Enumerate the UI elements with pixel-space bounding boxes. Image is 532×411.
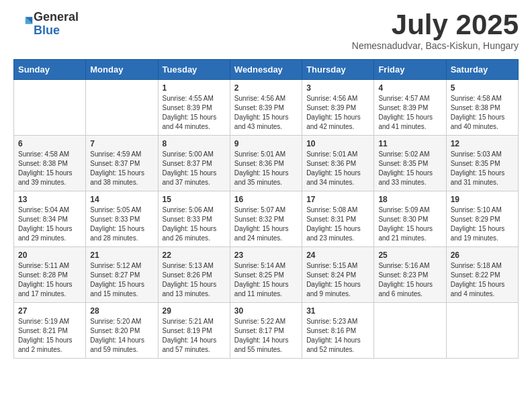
calendar-cell: 21Sunrise: 5:12 AM Sunset: 8:27 PM Dayli… [86,247,158,303]
day-number: 29 [163,306,226,316]
day-info: Sunrise: 4:58 AM Sunset: 8:38 PM Dayligh… [18,150,81,187]
calendar-header-row: SundayMondayTuesdayWednesdayThursdayFrid… [14,60,519,80]
calendar-cell: 15Sunrise: 5:06 AM Sunset: 8:33 PM Dayli… [158,191,230,247]
calendar-cell: 12Sunrise: 5:03 AM Sunset: 8:35 PM Dayli… [446,136,518,191]
calendar-table: SundayMondayTuesdayWednesdayThursdayFrid… [13,59,519,359]
logo: General Blue [13,11,79,38]
day-info: Sunrise: 5:09 AM Sunset: 8:30 PM Dayligh… [378,205,441,243]
calendar-cell: 14Sunrise: 5:05 AM Sunset: 8:33 PM Dayli… [86,191,158,247]
logo-blue: Blue [34,24,79,38]
day-number: 1 [163,83,226,93]
calendar-cell: 19Sunrise: 5:10 AM Sunset: 8:29 PM Dayli… [446,191,518,247]
day-info: Sunrise: 5:11 AM Sunset: 8:28 PM Dayligh… [18,261,81,299]
day-number: 17 [306,195,369,204]
day-info: Sunrise: 5:21 AM Sunset: 8:19 PM Dayligh… [163,317,226,355]
calendar-week-2: 6Sunrise: 4:58 AM Sunset: 8:38 PM Daylig… [14,136,519,191]
calendar-cell: 1Sunrise: 4:55 AM Sunset: 8:39 PM Daylig… [158,80,230,136]
day-info: Sunrise: 4:58 AM Sunset: 8:38 PM Dayligh… [451,94,514,132]
day-info: Sunrise: 5:01 AM Sunset: 8:36 PM Dayligh… [306,150,369,187]
calendar-week-4: 20Sunrise: 5:11 AM Sunset: 8:28 PM Dayli… [14,247,519,303]
logo-text: General Blue [34,11,79,38]
calendar-header-monday: Monday [86,60,158,80]
calendar-header-sunday: Sunday [14,60,86,80]
day-number: 21 [90,250,153,260]
calendar-cell: 30Sunrise: 5:22 AM Sunset: 8:17 PM Dayli… [230,303,302,359]
calendar-cell: 27Sunrise: 5:19 AM Sunset: 8:21 PM Dayli… [14,303,86,359]
calendar-cell: 13Sunrise: 5:04 AM Sunset: 8:34 PM Dayli… [14,191,86,247]
calendar-cell: 10Sunrise: 5:01 AM Sunset: 8:36 PM Dayli… [302,136,374,191]
calendar-cell: 20Sunrise: 5:11 AM Sunset: 8:28 PM Dayli… [14,247,86,303]
day-number: 8 [163,139,226,148]
day-info: Sunrise: 5:04 AM Sunset: 8:34 PM Dayligh… [18,205,81,243]
day-number: 9 [234,139,298,148]
day-info: Sunrise: 5:13 AM Sunset: 8:26 PM Dayligh… [163,261,226,299]
day-info: Sunrise: 5:02 AM Sunset: 8:35 PM Dayligh… [378,150,441,187]
day-number: 10 [306,139,369,148]
day-info: Sunrise: 4:56 AM Sunset: 8:39 PM Dayligh… [306,94,369,132]
logo-general: General [34,11,79,24]
calendar-cell: 11Sunrise: 5:02 AM Sunset: 8:35 PM Dayli… [374,136,446,191]
calendar-cell: 2Sunrise: 4:56 AM Sunset: 8:39 PM Daylig… [230,80,302,136]
calendar-header-tuesday: Tuesday [158,60,230,80]
calendar-cell: 24Sunrise: 5:15 AM Sunset: 8:24 PM Dayli… [302,247,374,303]
page-header: General Blue July 2025 Nemesnadudvar, Ba… [13,11,519,51]
day-number: 6 [18,139,81,148]
day-number: 15 [163,195,226,204]
day-info: Sunrise: 5:12 AM Sunset: 8:27 PM Dayligh… [90,261,153,299]
calendar-header-friday: Friday [374,60,446,80]
day-info: Sunrise: 5:16 AM Sunset: 8:23 PM Dayligh… [378,261,441,299]
day-info: Sunrise: 5:18 AM Sunset: 8:22 PM Dayligh… [451,261,514,299]
calendar-cell: 31Sunrise: 5:23 AM Sunset: 8:16 PM Dayli… [302,303,374,359]
calendar-cell: 7Sunrise: 4:59 AM Sunset: 8:37 PM Daylig… [86,136,158,191]
day-number: 31 [306,306,369,316]
calendar-cell: 18Sunrise: 5:09 AM Sunset: 8:30 PM Dayli… [374,191,446,247]
day-info: Sunrise: 4:55 AM Sunset: 8:39 PM Dayligh… [163,94,226,132]
logo-icon [15,13,34,32]
day-number: 20 [18,250,81,260]
day-number: 14 [90,195,153,204]
day-info: Sunrise: 5:20 AM Sunset: 8:20 PM Dayligh… [90,317,153,355]
day-info: Sunrise: 5:01 AM Sunset: 8:36 PM Dayligh… [234,150,298,187]
calendar-cell: 4Sunrise: 4:57 AM Sunset: 8:39 PM Daylig… [374,80,446,136]
day-info: Sunrise: 5:08 AM Sunset: 8:31 PM Dayligh… [306,205,369,243]
calendar-cell [86,80,158,136]
calendar-cell: 5Sunrise: 4:58 AM Sunset: 8:38 PM Daylig… [446,80,518,136]
day-number: 16 [234,195,298,204]
location: Nemesnadudvar, Bacs-Kiskun, Hungary [352,40,519,51]
day-number: 12 [451,139,514,148]
calendar-cell: 22Sunrise: 5:13 AM Sunset: 8:26 PM Dayli… [158,247,230,303]
day-info: Sunrise: 5:23 AM Sunset: 8:16 PM Dayligh… [306,317,369,355]
day-info: Sunrise: 5:14 AM Sunset: 8:25 PM Dayligh… [234,261,298,299]
day-number: 25 [378,250,441,260]
day-number: 11 [378,139,441,148]
calendar-cell: 29Sunrise: 5:21 AM Sunset: 8:19 PM Dayli… [158,303,230,359]
day-number: 2 [234,83,298,93]
calendar-header-wednesday: Wednesday [230,60,302,80]
title-block: July 2025 Nemesnadudvar, Bacs-Kiskun, Hu… [352,11,519,51]
day-info: Sunrise: 4:57 AM Sunset: 8:39 PM Dayligh… [378,94,441,132]
calendar-cell: 6Sunrise: 4:58 AM Sunset: 8:38 PM Daylig… [14,136,86,191]
calendar-cell [374,303,446,359]
calendar-week-3: 13Sunrise: 5:04 AM Sunset: 8:34 PM Dayli… [14,191,519,247]
day-number: 22 [163,250,226,260]
day-number: 19 [451,195,514,204]
day-number: 13 [18,195,81,204]
day-info: Sunrise: 5:15 AM Sunset: 8:24 PM Dayligh… [306,261,369,299]
day-info: Sunrise: 5:05 AM Sunset: 8:33 PM Dayligh… [90,205,153,243]
calendar-cell: 28Sunrise: 5:20 AM Sunset: 8:20 PM Dayli… [86,303,158,359]
calendar-header-saturday: Saturday [446,60,518,80]
day-info: Sunrise: 5:19 AM Sunset: 8:21 PM Dayligh… [18,317,81,355]
day-number: 7 [90,139,153,148]
calendar-cell: 3Sunrise: 4:56 AM Sunset: 8:39 PM Daylig… [302,80,374,136]
day-info: Sunrise: 5:03 AM Sunset: 8:35 PM Dayligh… [451,150,514,187]
calendar-cell: 23Sunrise: 5:14 AM Sunset: 8:25 PM Dayli… [230,247,302,303]
day-number: 30 [234,306,298,316]
calendar-cell [14,80,86,136]
day-number: 18 [378,195,441,204]
day-number: 28 [90,306,153,316]
day-info: Sunrise: 5:07 AM Sunset: 8:32 PM Dayligh… [234,205,298,243]
calendar-cell: 26Sunrise: 5:18 AM Sunset: 8:22 PM Dayli… [446,247,518,303]
day-number: 4 [378,83,441,93]
day-info: Sunrise: 5:22 AM Sunset: 8:17 PM Dayligh… [234,317,298,355]
day-number: 26 [451,250,514,260]
